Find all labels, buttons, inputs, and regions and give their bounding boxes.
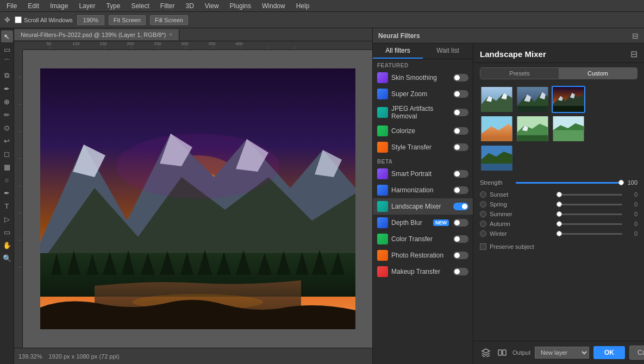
fit-screen-button[interactable]: Fit Screen bbox=[109, 15, 146, 25]
scroll-all-windows-checkbox[interactable] bbox=[15, 16, 22, 23]
type-tool[interactable]: T bbox=[1, 200, 13, 212]
filter-item-colorize[interactable]: Colorize bbox=[373, 123, 473, 139]
sunset-slider[interactable] bbox=[559, 194, 622, 196]
preserve-label: Preserve subject bbox=[490, 243, 534, 250]
preset-thumb-mountain-sunset[interactable] bbox=[552, 86, 585, 113]
style-transfer-toggle[interactable] bbox=[453, 143, 468, 151]
landscape-mixer-toggle[interactable] bbox=[453, 203, 468, 210]
path-select-tool[interactable]: ▷ bbox=[1, 213, 13, 225]
filter-item-skin-smoothing[interactable]: Skin Smoothing bbox=[373, 70, 473, 86]
winter-slider[interactable] bbox=[559, 233, 622, 235]
fill-screen-button[interactable]: Fill Screen bbox=[150, 15, 188, 25]
jpeg-removal-toggle[interactable] bbox=[453, 109, 468, 116]
custom-tab[interactable]: Custom bbox=[559, 68, 637, 79]
filter-item-depth-blur[interactable]: Depth Blur NEW bbox=[373, 215, 473, 231]
zoom-input[interactable] bbox=[77, 15, 104, 25]
preserve-checkbox[interactable] bbox=[480, 243, 486, 250]
autumn-radio[interactable] bbox=[480, 221, 486, 227]
move-tool-icon: ✥ bbox=[4, 16, 10, 24]
history-brush-tool[interactable]: ↩ bbox=[1, 135, 13, 147]
skin-smoothing-toggle[interactable] bbox=[453, 74, 468, 81]
winter-radio[interactable] bbox=[480, 230, 486, 237]
brush-tool[interactable]: ✏ bbox=[1, 109, 13, 121]
makeup-transfer-toggle[interactable] bbox=[453, 268, 468, 275]
summer-radio[interactable] bbox=[480, 211, 486, 217]
move-tool[interactable]: ↖ bbox=[1, 30, 13, 42]
svg-rect-19 bbox=[14, 50, 23, 364]
clone-tool[interactable]: ⊙ bbox=[1, 122, 13, 134]
menu-edit[interactable]: Edit bbox=[26, 1, 41, 11]
layers-icon[interactable] bbox=[480, 347, 492, 359]
preset-thumb-mountain-forest[interactable] bbox=[516, 86, 549, 113]
filter-item-landscape-mixer[interactable]: Landscape Mixer bbox=[373, 198, 473, 215]
lasso-tool[interactable]: ⌒ bbox=[1, 57, 13, 68]
super-zoom-toggle[interactable] bbox=[453, 90, 468, 98]
menu-window[interactable]: Window bbox=[260, 1, 287, 11]
filter-item-style-transfer[interactable]: Style Transfer bbox=[373, 139, 473, 155]
shape-tool[interactable]: ▭ bbox=[1, 226, 13, 238]
filter-item-makeup-transfer[interactable]: Makeup Transfer bbox=[373, 263, 473, 280]
eyedropper-tool[interactable]: ✒ bbox=[1, 83, 13, 95]
hand-tool[interactable]: ✋ bbox=[1, 239, 13, 251]
canvas-image-area bbox=[23, 50, 372, 348]
filter-item-color-transfer[interactable]: Color Transfer bbox=[373, 231, 473, 247]
menu-type[interactable]: Type bbox=[104, 1, 122, 11]
dodge-tool[interactable]: ○ bbox=[1, 174, 13, 186]
spring-slider[interactable] bbox=[559, 204, 622, 205]
cancel-button[interactable]: Cancel bbox=[629, 346, 644, 360]
menu-view[interactable]: View bbox=[203, 1, 221, 11]
smart-portrait-toggle[interactable] bbox=[453, 170, 468, 178]
compare-icon[interactable] bbox=[496, 347, 508, 359]
neural-filters-close-icon[interactable]: ⊟ bbox=[632, 32, 639, 40]
sunset-radio[interactable] bbox=[480, 191, 486, 198]
ruler-vertical bbox=[14, 50, 23, 364]
svg-rect-70 bbox=[553, 106, 584, 112]
menu-plugins[interactable]: Plugins bbox=[228, 1, 253, 11]
summer-slider[interactable] bbox=[559, 214, 622, 215]
presets-tab[interactable]: Presets bbox=[480, 68, 559, 79]
menu-layer[interactable]: Layer bbox=[77, 1, 97, 11]
gradient-tool[interactable]: ▦ bbox=[1, 161, 13, 173]
colorize-toggle[interactable] bbox=[453, 127, 468, 135]
preset-thumb-mountain-blue[interactable] bbox=[480, 86, 514, 113]
autumn-slider[interactable] bbox=[559, 223, 622, 225]
filter-item-jpeg-removal[interactable]: JPEG Artifacts Removal bbox=[373, 102, 473, 123]
filter-item-smart-portrait[interactable]: Smart Portrait bbox=[373, 166, 473, 182]
harmonization-toggle[interactable] bbox=[453, 186, 468, 194]
depth-blur-toggle[interactable] bbox=[453, 219, 468, 227]
menu-3d[interactable]: 3D bbox=[183, 1, 196, 11]
zoom-tool[interactable]: 🔍 bbox=[1, 252, 13, 264]
svg-rect-77 bbox=[517, 135, 548, 141]
spot-heal-tool[interactable]: ⊕ bbox=[1, 96, 13, 108]
menu-image[interactable]: Image bbox=[48, 1, 70, 11]
canvas-tab[interactable]: Neural-Filters-Ps-2022.psd @ 139% (Layer… bbox=[14, 29, 179, 40]
preset-thumb-water-blue[interactable] bbox=[480, 145, 514, 172]
filter-item-super-zoom[interactable]: Super Zoom bbox=[373, 86, 473, 102]
settings-collapse-icon[interactable]: ⊟ bbox=[630, 49, 637, 59]
output-select[interactable]: New layer Current layer New document bbox=[535, 347, 589, 359]
ok-button[interactable]: OK bbox=[593, 346, 625, 359]
preset-thumb-valley-green[interactable] bbox=[516, 115, 549, 142]
filter-item-harmonization[interactable]: Harmonization bbox=[373, 182, 473, 198]
filter-item-photo-restoration[interactable]: Photo Restoration bbox=[373, 247, 473, 263]
tab-wait-list[interactable]: Wait list bbox=[423, 43, 473, 59]
color-transfer-toggle[interactable] bbox=[453, 235, 468, 243]
preset-thumb-desert[interactable] bbox=[480, 115, 514, 142]
photo-restoration-toggle[interactable] bbox=[453, 252, 468, 259]
canvas-close-button[interactable]: × bbox=[169, 32, 172, 37]
preset-thumb-plains-green[interactable] bbox=[552, 115, 585, 142]
menu-filter[interactable]: Filter bbox=[158, 1, 177, 11]
sunset-value: 0 bbox=[629, 191, 637, 198]
menu-select[interactable]: Select bbox=[129, 1, 151, 11]
menu-file[interactable]: File bbox=[4, 1, 19, 11]
footer-icons bbox=[480, 347, 508, 359]
crop-tool[interactable]: ⧉ bbox=[1, 70, 13, 81]
marquee-tool[interactable]: ▭ bbox=[1, 43, 13, 55]
pen-tool[interactable]: ✒ bbox=[1, 187, 13, 199]
spring-radio[interactable] bbox=[480, 201, 486, 208]
depth-blur-label: Depth Blur bbox=[391, 219, 430, 227]
eraser-tool[interactable]: ◻ bbox=[1, 148, 13, 160]
tab-all-filters[interactable]: All filters bbox=[373, 43, 423, 59]
strength-track[interactable] bbox=[516, 182, 621, 184]
menu-help[interactable]: Help bbox=[294, 1, 312, 11]
